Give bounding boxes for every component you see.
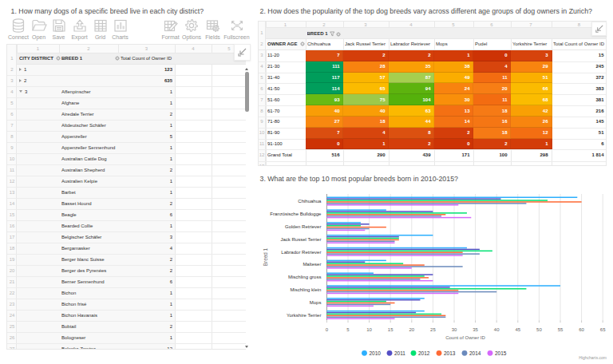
svg-text:0: 0 [326, 327, 329, 332]
svg-text:15: 15 [388, 327, 394, 332]
svg-text:2015: 2015 [495, 350, 507, 356]
svg-text:Chihuahua: Chihuahua [298, 199, 322, 204]
svg-text:35: 35 [473, 327, 478, 332]
svg-text:65: 65 [600, 327, 606, 332]
svg-text:Jack Russel Terrier: Jack Russel Terrier [280, 237, 321, 242]
svg-text:Französische Bulldogge: Französische Bulldogge [270, 212, 322, 216]
svg-text:Breed 1: Breed 1 [263, 248, 268, 267]
svg-text:10: 10 [366, 327, 372, 332]
svg-text:Highcharts.com: Highcharts.com [579, 355, 607, 360]
svg-text:2013: 2013 [444, 350, 456, 356]
svg-text:Malteser: Malteser [303, 262, 321, 267]
svg-text:Yorkshire Terrier: Yorkshire Terrier [287, 313, 321, 318]
svg-text:20: 20 [409, 327, 414, 332]
svg-text:5: 5 [346, 327, 350, 332]
svg-text:Labrador Retriever: Labrador Retriever [281, 250, 321, 255]
svg-text:2011: 2011 [394, 350, 405, 356]
svg-text:40: 40 [494, 327, 500, 332]
svg-text:Mischling gross: Mischling gross [288, 275, 321, 279]
svg-text:2012: 2012 [418, 350, 430, 356]
svg-text:Mops: Mops [310, 300, 322, 305]
svg-text:Golden Retriever: Golden Retriever [285, 224, 321, 229]
svg-text:Mischling klein: Mischling klein [290, 287, 321, 292]
svg-text:45: 45 [515, 327, 520, 332]
svg-text:Count of Owner ID: Count of Owner ID [445, 335, 485, 340]
svg-text:2014: 2014 [469, 350, 481, 356]
svg-text:60: 60 [579, 327, 584, 332]
svg-text:50: 50 [536, 327, 542, 332]
svg-text:30: 30 [452, 327, 457, 332]
svg-text:2010: 2010 [370, 350, 382, 356]
svg-text:55: 55 [558, 327, 564, 332]
svg-text:25: 25 [430, 327, 436, 332]
